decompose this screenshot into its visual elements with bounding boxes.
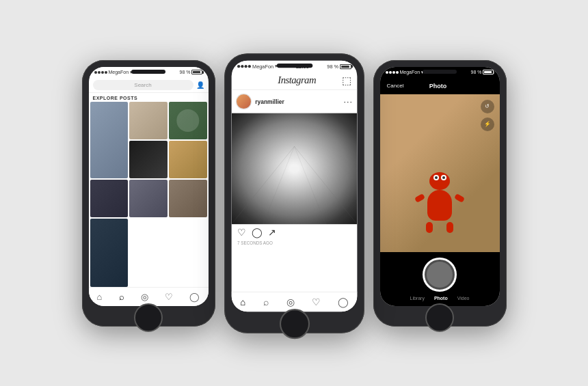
flash-icon[interactable]: ⚡ bbox=[481, 118, 494, 131]
elmo-arm-right bbox=[454, 193, 465, 203]
elmo-eye-left bbox=[433, 175, 439, 180]
mode-photo[interactable]: Photo bbox=[434, 296, 448, 301]
battery-percent-1: 98 % bbox=[180, 70, 191, 74]
battery-percent-2: 98 % bbox=[327, 64, 338, 68]
cancel-button[interactable]: Cancel bbox=[387, 83, 404, 89]
signal-dot bbox=[101, 71, 104, 74]
elmo-eyes bbox=[429, 172, 450, 180]
phones-container: MegaFon ▾ 22:09 98 % Search 👤 EXPLORE PO… bbox=[68, 46, 520, 340]
grid-cell-4 bbox=[129, 141, 168, 178]
battery-bar-1 bbox=[191, 70, 202, 74]
battery-fill-3 bbox=[484, 71, 492, 73]
post-image bbox=[231, 113, 357, 224]
phone-explore-screen: MegaFon ▾ 22:09 98 % Search 👤 EXPLORE PO… bbox=[89, 67, 209, 306]
phone-explore: MegaFon ▾ 22:09 98 % Search 👤 EXPLORE PO… bbox=[82, 60, 215, 327]
elmo-body bbox=[427, 190, 452, 221]
grid-cell-1 bbox=[90, 102, 129, 178]
person-icon-1[interactable]: ◯ bbox=[189, 292, 200, 302]
home-icon-1[interactable]: ⌂ bbox=[97, 292, 103, 302]
phone-camera-screen: MegaFon ▾ 22:09 98 % Cancel Photo bbox=[380, 67, 500, 306]
home-icon-2[interactable]: ⌂ bbox=[240, 297, 245, 307]
battery-bar-3 bbox=[483, 70, 494, 74]
heart-icon-1[interactable]: ♡ bbox=[165, 292, 173, 302]
battery-fill-1 bbox=[193, 71, 200, 73]
elmo-leg-left bbox=[426, 222, 433, 233]
search-bar[interactable]: Search bbox=[93, 80, 193, 90]
share-icon[interactable]: ↗ bbox=[268, 227, 276, 238]
explore-grid bbox=[89, 102, 209, 287]
signal-dot bbox=[94, 71, 97, 74]
status-right-2: 98 % bbox=[327, 64, 351, 68]
mode-video[interactable]: Video bbox=[457, 296, 470, 301]
grid-cell-2 bbox=[129, 102, 168, 139]
battery-fill-2 bbox=[341, 65, 349, 67]
battery-percent-3: 98 % bbox=[471, 70, 482, 74]
heart-icon-2[interactable]: ♡ bbox=[311, 297, 320, 307]
feed-header: Instagram ⬚ bbox=[231, 72, 357, 89]
svg-line-0 bbox=[231, 146, 294, 224]
instagram-logo: Instagram bbox=[278, 74, 316, 86]
signal-dots-2 bbox=[237, 65, 251, 68]
camera-icon-2[interactable]: ◎ bbox=[286, 297, 294, 307]
person-icon-2[interactable]: ◯ bbox=[337, 297, 348, 307]
explore-label: EXPLORE POSTS bbox=[89, 93, 209, 102]
signal-dot bbox=[241, 65, 243, 68]
bottom-nav-1: ⌂ ⌕ ◎ ♡ ◯ bbox=[89, 287, 209, 306]
shutter-button[interactable] bbox=[423, 258, 457, 292]
status-bar-3: MegaFon ▾ 22:09 98 % bbox=[380, 67, 500, 78]
post-user: ryanmillier bbox=[235, 94, 284, 109]
status-bar-1: MegaFon ▾ 22:09 98 % bbox=[89, 67, 209, 78]
add-person-icon[interactable]: 👤 bbox=[196, 81, 204, 89]
grid-cell-7 bbox=[129, 180, 168, 217]
status-right-1: 98 % bbox=[180, 70, 203, 74]
camera-icon-1[interactable]: ◎ bbox=[141, 292, 148, 302]
phone-feed: MegaFon ▾ 22:09 98 % Instagram ⬚ bbox=[224, 53, 364, 333]
phone-feed-screen: MegaFon ▾ 22:09 98 % Instagram ⬚ bbox=[231, 60, 357, 312]
camera-header: Cancel Photo bbox=[380, 78, 500, 94]
search-icon-1[interactable]: ⌕ bbox=[119, 292, 124, 302]
phone-camera: MegaFon ▾ 22:09 98 % Cancel Photo bbox=[373, 60, 507, 327]
status-left-1: MegaFon ▾ bbox=[94, 70, 133, 75]
time-ago: 7 SECONDS AGO bbox=[231, 240, 357, 248]
camera-bottom: Library Photo Video bbox=[380, 252, 500, 306]
rotate-icon[interactable]: ↺ bbox=[481, 100, 494, 113]
comment-icon[interactable]: ◯ bbox=[252, 227, 263, 238]
search-icon-2[interactable]: ⌕ bbox=[263, 297, 269, 307]
camera-modes: Library Photo Video bbox=[410, 296, 469, 301]
camera-controls: ↺ ⚡ bbox=[481, 100, 494, 131]
camera-preview: ↺ ⚡ bbox=[380, 94, 500, 252]
svg-line-3 bbox=[294, 146, 325, 224]
like-icon[interactable]: ♡ bbox=[237, 227, 246, 238]
carrier-2: MegaFon bbox=[252, 64, 273, 68]
mode-library[interactable]: Library bbox=[410, 296, 424, 301]
wifi-icon-1: ▾ bbox=[130, 70, 133, 75]
shutter-inner bbox=[427, 262, 453, 288]
tunnel-svg bbox=[231, 113, 357, 224]
signal-dots-3 bbox=[386, 71, 399, 74]
signal-dot bbox=[392, 71, 395, 74]
grid-cell-5 bbox=[169, 141, 207, 178]
signal-dot bbox=[389, 71, 392, 74]
post-more-icon[interactable]: ··· bbox=[343, 96, 353, 107]
time-1: 22:09 bbox=[150, 70, 162, 74]
post-actions: ♡ ◯ ↗ bbox=[231, 224, 357, 240]
elmo-legs bbox=[419, 222, 460, 233]
status-left-2: MegaFon ▾ bbox=[237, 63, 278, 68]
elmo-figure bbox=[419, 172, 460, 220]
grid-cell-6 bbox=[90, 180, 129, 217]
signal-dot bbox=[244, 65, 247, 68]
message-icon[interactable]: ⬚ bbox=[342, 74, 351, 86]
bottom-nav-2: ⌂ ⌕ ◎ ♡ ◯ bbox=[231, 291, 357, 311]
grid-cell-3 bbox=[169, 102, 207, 139]
time-3: 22:09 bbox=[441, 70, 453, 74]
wifi-icon-2: ▾ bbox=[275, 63, 278, 68]
username[interactable]: ryanmillier bbox=[255, 98, 284, 104]
camera-title: Photo bbox=[429, 83, 447, 89]
elmo-eye-right bbox=[441, 175, 446, 180]
signal-dot bbox=[386, 71, 388, 74]
signal-dot bbox=[98, 71, 101, 74]
grid-cell-8 bbox=[169, 180, 207, 217]
wifi-icon-3: ▾ bbox=[421, 70, 424, 75]
battery-bar-2 bbox=[340, 64, 351, 68]
avatar bbox=[235, 94, 251, 109]
